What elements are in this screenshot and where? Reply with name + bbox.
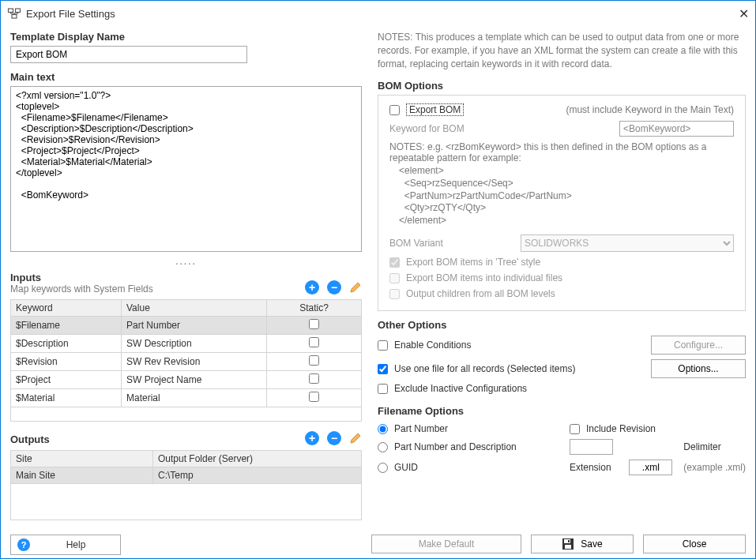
extension-label: Extension <box>570 462 611 473</box>
table-row[interactable]: Main SiteC:\Temp <box>11 467 362 484</box>
template-name-input[interactable] <box>10 46 247 63</box>
table-row[interactable]: $FilenamePart Number <box>11 317 362 335</box>
inputs-col-keyword: Keyword <box>11 300 122 317</box>
delimiter-input[interactable] <box>570 439 613 455</box>
help-icon: ? <box>17 538 30 551</box>
inputs-col-value: Value <box>122 300 267 317</box>
remove-output-button[interactable]: − <box>327 431 341 445</box>
splitter-handle[interactable]: ..... <box>10 256 362 267</box>
inputs-table: Keyword Value Static? $FilenamePart Numb… <box>10 299 362 422</box>
configure-button[interactable]: Configure... <box>651 336 746 355</box>
static-checkbox[interactable] <box>309 337 319 347</box>
static-checkbox[interactable] <box>309 373 319 384</box>
remove-input-button[interactable]: − <box>327 280 341 295</box>
include-revision-checkbox[interactable] <box>570 424 580 434</box>
fn-partnumber-radio[interactable] <box>378 424 388 434</box>
bom-example: <element> <Seq>rzSequence</Seq> <PartNum… <box>399 165 734 227</box>
export-bom-checkbox[interactable] <box>389 105 400 115</box>
use-one-file-checkbox[interactable] <box>378 364 388 374</box>
other-options-title: Other Options <box>378 319 746 331</box>
keyword-bom-input[interactable] <box>619 121 734 137</box>
app-icon <box>7 6 21 21</box>
options-button[interactable]: Options... <box>651 359 746 378</box>
edit-input-icon[interactable] <box>349 281 362 294</box>
extension-hint: (example .xml) <box>683 462 746 473</box>
outputs-col-folder: Output Folder (Server) <box>153 451 362 467</box>
table-row[interactable]: $ProjectSW Project Name <box>11 371 362 389</box>
fn-guid-radio[interactable] <box>378 463 388 473</box>
svg-rect-0 <box>9 9 13 13</box>
make-default-button[interactable]: Make Default <box>371 535 521 553</box>
table-row[interactable]: $DescriptionSW Description <box>11 335 362 353</box>
outputs-col-site: Site <box>11 451 153 467</box>
bom-variant-select[interactable]: SOLIDWORKS <box>521 234 734 252</box>
static-checkbox[interactable] <box>309 355 319 366</box>
svg-rect-5 <box>565 545 571 549</box>
svg-rect-1 <box>16 9 21 13</box>
bom-variant-label: BOM Variant <box>389 238 443 249</box>
filename-options-title: Filename Options <box>378 405 746 417</box>
inputs-col-static: Static? <box>267 300 362 317</box>
bom-children-checkbox[interactable] <box>389 289 400 299</box>
bom-options-title: BOM Options <box>378 80 746 92</box>
static-checkbox[interactable] <box>309 319 319 329</box>
svg-rect-6 <box>568 540 570 542</box>
titlebar: Export File Settings ✕ <box>1 1 755 26</box>
close-window-button[interactable]: ✕ <box>717 6 749 21</box>
save-icon <box>562 538 574 550</box>
export-bom-label: Export BOM <box>406 103 464 116</box>
static-checkbox[interactable] <box>309 392 319 402</box>
inputs-title: Inputs <box>10 272 153 283</box>
outputs-table: Site Output Folder (Server) Main SiteC:\… <box>10 450 362 520</box>
bom-individual-checkbox[interactable] <box>389 273 400 283</box>
exclude-inactive-checkbox[interactable] <box>378 384 388 394</box>
bom-hint: (must include Keyword in the Main Text) <box>566 104 734 115</box>
inputs-subtitle: Map keywords with System Fields <box>10 283 153 295</box>
maintext-textarea[interactable]: <?xml version="1.0"?> <toplevel> <Filena… <box>10 86 362 252</box>
edit-output-icon[interactable] <box>349 432 362 445</box>
svg-rect-2 <box>12 15 17 19</box>
notes-text: NOTES: This produces a template which ca… <box>378 31 746 70</box>
close-button[interactable]: Close <box>643 535 746 553</box>
extension-input[interactable] <box>629 460 672 475</box>
table-row[interactable]: $RevisionSW Rev Revision <box>11 353 362 371</box>
enable-conditions-checkbox[interactable] <box>378 340 388 351</box>
outputs-title: Outputs <box>10 433 50 445</box>
help-button[interactable]: ? Help <box>10 535 121 555</box>
template-name-label: Template Display Name <box>10 31 362 43</box>
add-input-button[interactable]: + <box>305 280 319 295</box>
fn-partnumber-desc-radio[interactable] <box>378 442 388 452</box>
delimiter-label: Delimiter <box>683 441 746 452</box>
maintext-label: Main text <box>10 71 362 83</box>
bom-tree-checkbox[interactable] <box>389 257 400 268</box>
add-output-button[interactable]: + <box>305 431 319 445</box>
bom-options-fieldset: Export BOM (must include Keyword in the … <box>378 95 746 311</box>
table-row <box>11 407 362 422</box>
window-title: Export File Settings <box>26 8 717 20</box>
table-row <box>11 484 362 520</box>
bom-notes: NOTES: e.g. <rzBomKeyword> this is then … <box>389 141 734 163</box>
keyword-bom-label: Keyword for BOM <box>389 123 465 134</box>
table-row[interactable]: $MaterialMaterial <box>11 389 362 407</box>
save-button[interactable]: Save <box>531 535 634 553</box>
